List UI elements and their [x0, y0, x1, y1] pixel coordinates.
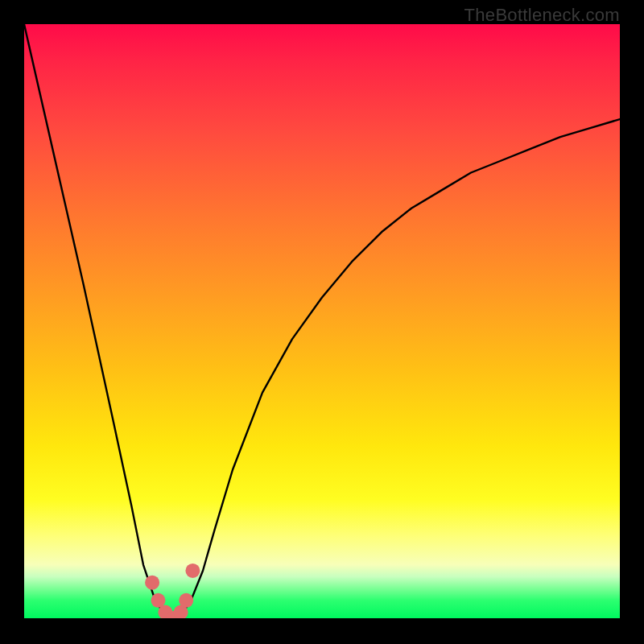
bottleneck-curve [24, 24, 620, 618]
plot-area [24, 24, 620, 618]
highlight-marker [145, 576, 159, 590]
highlighted-points [145, 564, 200, 618]
highlight-marker [179, 593, 193, 608]
curve-svg [24, 24, 620, 618]
highlight-marker [185, 564, 200, 578]
watermark-text: TheBottleneck.com [464, 5, 620, 26]
chart-container: TheBottleneck.com [0, 0, 644, 644]
